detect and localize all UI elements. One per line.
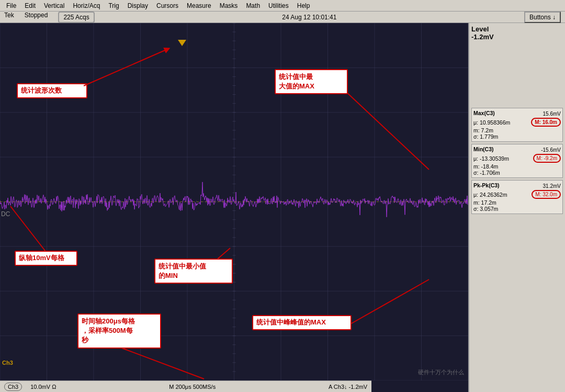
measure-min-m: m: -18.4m xyxy=(473,163,561,170)
bottom-bar: Ch3 10.0mV Ω M 200μs 500MS/s A Ch3↓ -1.2… xyxy=(0,380,371,392)
menu-item-edit[interactable]: Edit xyxy=(20,1,40,10)
measure-max: Max(C3) 15.6mV μ: 10.958366m M: 16.0m m:… xyxy=(471,108,563,142)
menu-item-help[interactable]: Help xyxy=(293,1,314,10)
right-panel: Level -1.2mV Max(C3) 15.6mV μ: 10.958366… xyxy=(468,23,565,392)
dc-label: DC xyxy=(1,210,10,218)
buttons-button[interactable]: Buttons ↓ xyxy=(524,12,561,23)
ch3-value: 10.0mV Ω xyxy=(30,384,56,390)
time-label: M 200μs 500MS/s xyxy=(169,384,216,390)
menu-item-vertical[interactable]: Vertical xyxy=(40,1,69,10)
acqs-box: 225 Acqs xyxy=(58,12,94,23)
menu-item-file[interactable]: File xyxy=(2,1,20,10)
menu-item-trig[interactable]: Trig xyxy=(104,1,123,10)
measure-pkpk-m: m: 17.2m xyxy=(473,199,561,206)
brand-label: Tek xyxy=(4,12,14,23)
menu-item-math[interactable]: Math xyxy=(242,1,264,10)
measure-pkpk-title: Pk-Pk(C3) xyxy=(473,182,500,188)
menu-item-utilities[interactable]: Utilities xyxy=(264,1,293,10)
measure-max-sigma: σ: 1.779m xyxy=(473,133,561,140)
measure-pkpk-sigma: σ: 3.057m xyxy=(473,206,561,212)
menu-item-cursors[interactable]: Cursors xyxy=(152,1,183,10)
measure-min-title-val: -15.6mV xyxy=(541,147,561,153)
level-title: Level xyxy=(471,25,563,33)
datetime-label: 24 Aug 12 10:01:41 xyxy=(282,14,336,21)
waveform-canvas xyxy=(0,23,468,380)
trigger-marker xyxy=(178,40,186,46)
measure-pkpk-M: M: 32.0m xyxy=(532,190,561,199)
scope-display: DC 硬件十万个为什么 统计波形次数 统计值中最大值的 xyxy=(0,23,468,392)
measure-pkpk-mu-label: μ: 24.26362m xyxy=(473,192,507,198)
level-value: -1.2mV xyxy=(471,33,563,41)
measure-max-header: Max(C3) 15.6mV xyxy=(473,110,561,117)
status-right: Buttons ↓ xyxy=(524,12,561,23)
state-label: Stopped xyxy=(25,12,48,23)
measure-min: Min(C3) -15.6mV μ: -13.30539m M: -9.2m m… xyxy=(471,144,563,178)
measure-max-mu: μ: 10.958366m M: 16.0m xyxy=(473,118,561,127)
menu-bar: File Edit Vertical Horiz/Acq Trig Displa… xyxy=(0,0,565,12)
ch3-circle: Ch3 xyxy=(4,383,22,391)
measure-min-title: Min(C3) xyxy=(473,146,494,152)
measure-pkpk: Pk-Pk(C3) 31.2mV μ: 24.26362m M: 32.0m m… xyxy=(471,180,563,214)
menu-item-horiz[interactable]: Horiz/Acq xyxy=(69,1,104,10)
status-left: Tek Stopped 225 Acqs xyxy=(4,12,95,23)
measure-pkpk-title-val: 31.2mV xyxy=(543,183,561,189)
measure-min-header: Min(C3) -15.6mV xyxy=(473,146,561,153)
level-section: Level -1.2mV xyxy=(471,25,563,41)
measure-pkpk-header: Pk-Pk(C3) 31.2mV xyxy=(473,182,561,189)
main-content: DC 硬件十万个为什么 统计波形次数 统计值中最大值的 xyxy=(0,23,565,392)
watermark: 硬件十万个为什么 xyxy=(418,368,464,376)
measure-min-mu-label: μ: -13.30539m xyxy=(473,155,509,162)
measure-min-M: M: -9.2m xyxy=(533,154,561,163)
status-bar: Tek Stopped 225 Acqs 24 Aug 12 10:01:41 … xyxy=(0,12,565,23)
measure-max-title-val: 15.6mV xyxy=(543,111,561,117)
menu-item-measure[interactable]: Measure xyxy=(183,1,216,10)
level-spacer xyxy=(471,45,563,108)
measure-min-mu: μ: -13.30539m M: -9.2m xyxy=(473,154,561,163)
menu-item-masks[interactable]: Masks xyxy=(216,1,242,10)
measure-max-M: M: 16.0m xyxy=(531,118,561,127)
measure-min-sigma: σ: -1.706m xyxy=(473,170,561,176)
measure-max-mu-label: μ: 10.958366m xyxy=(473,119,510,126)
measure-max-title: Max(C3) xyxy=(473,110,495,116)
measure-pkpk-mu: μ: 24.26362m M: 32.0m xyxy=(473,190,561,199)
cursor-label: A Ch3↓ -1.2mV xyxy=(329,384,367,390)
measure-max-m: m: 7.2m xyxy=(473,127,561,133)
menu-item-display[interactable]: Display xyxy=(123,1,152,10)
